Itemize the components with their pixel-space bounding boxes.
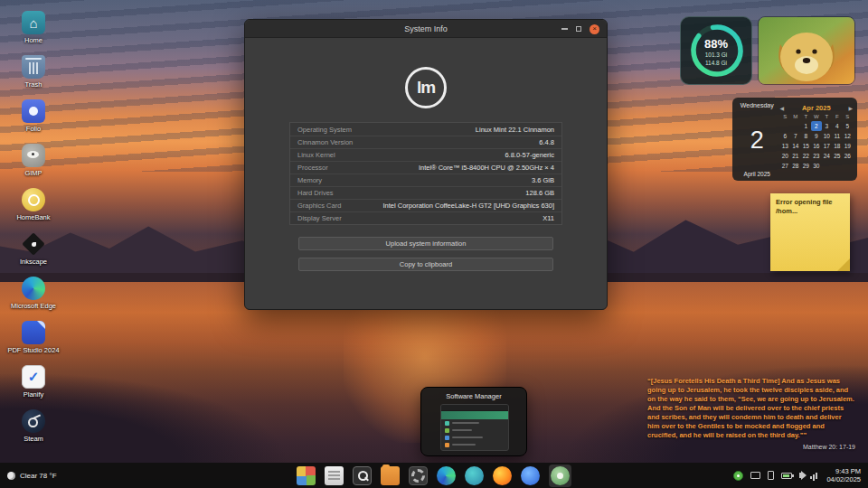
calendar-day[interactable]: 23 — [811, 151, 822, 161]
calendar-day[interactable]: 17 — [822, 141, 833, 151]
info-value: 6.4.8 — [539, 138, 554, 146]
desktop-icon-label: Folio — [5, 125, 61, 133]
desktop-icon-planify[interactable]: ✓ Planify — [5, 365, 61, 399]
gimp-icon — [22, 144, 45, 167]
calendar-day[interactable]: 26 — [843, 151, 854, 161]
close-glyph: × — [592, 25, 597, 33]
calendar-day[interactable]: 7 — [790, 131, 801, 141]
weather-label: Clear 78 °F — [20, 472, 57, 480]
calendar-day[interactable]: 22 — [801, 151, 812, 161]
minimize-icon[interactable] — [561, 28, 568, 30]
clock-applet[interactable]: 9:43 PM 04/02/2025 — [826, 467, 861, 483]
calendar-day[interactable]: 15 — [801, 141, 812, 151]
calendar-day[interactable]: 13 — [780, 141, 791, 151]
calendar-day[interactable]: 10 — [822, 131, 833, 141]
inkscape-icon — [22, 232, 45, 256]
folio-icon — [22, 99, 45, 123]
calendar-day[interactable]: 19 — [843, 141, 854, 151]
info-value: 6.8.0-57-generic — [505, 151, 554, 159]
calendar-day[interactable]: 4 — [832, 121, 843, 131]
calendar-day[interactable]: 14 — [790, 141, 801, 151]
calendar-dow: F — [832, 113, 843, 121]
calendar-day[interactable]: 6 — [780, 131, 791, 141]
calendar-dow: T — [822, 113, 833, 121]
maximize-icon[interactable] — [576, 26, 581, 32]
web-store-icon[interactable] — [465, 466, 484, 485]
calendar-day-selected[interactable]: 2 — [811, 121, 822, 131]
upload-system-info-button[interactable]: Upload system information — [298, 237, 553, 250]
info-row: Graphics Card Intel Corporation CoffeeLa… — [290, 199, 561, 211]
calendar-day[interactable]: 27 — [780, 161, 791, 171]
weather-applet[interactable]: Clear 78 °F — [7, 472, 57, 480]
calendar-day[interactable]: 16 — [811, 141, 822, 151]
browser-blue-icon[interactable] — [521, 466, 540, 485]
copy-to-clipboard-button[interactable]: Copy to clipboard — [298, 258, 553, 271]
calendar-day[interactable] — [780, 121, 791, 131]
desktop-icon-gimp[interactable]: GIMP — [5, 144, 61, 177]
sticky-note-widget[interactable]: Error opening file /hom... — [770, 193, 850, 271]
desktop-icon-inkscape[interactable]: Inkscape — [5, 232, 61, 266]
calendar-day[interactable]: 8 — [801, 131, 812, 141]
calendar-day[interactable]: 9 — [811, 131, 822, 141]
update-manager-icon[interactable] — [733, 471, 743, 481]
search-icon[interactable] — [353, 466, 372, 485]
window-titlebar[interactable]: System Info × — [245, 20, 607, 38]
calendar-day[interactable]: 3 — [822, 121, 833, 131]
network-icon[interactable] — [810, 472, 819, 479]
edge-taskbar-icon[interactable] — [437, 466, 456, 485]
software-manager-preview[interactable]: Software Manager — [420, 387, 527, 456]
calendar-day[interactable]: 29 — [801, 161, 812, 171]
desktop-icon-pdf-studio[interactable]: PDF Studio 2024 — [5, 321, 61, 354]
clipboard-tray-icon[interactable] — [768, 471, 774, 480]
close-icon[interactable]: × — [590, 24, 599, 34]
desktop-icon-edge[interactable]: Microsoft Edge — [5, 277, 61, 310]
calendar-day[interactable]: 20 — [780, 151, 791, 161]
calendar-month-year: April 2025 — [744, 171, 770, 177]
planify-icon: ✓ — [22, 365, 45, 389]
thumbnail-row — [441, 427, 508, 434]
calendar-day[interactable] — [843, 161, 854, 171]
calendar-day[interactable]: 18 — [832, 141, 843, 151]
desktop-icon-steam[interactable]: Steam — [5, 409, 61, 443]
firefox-icon[interactable] — [493, 466, 512, 485]
calendar-day[interactable]: 11 — [832, 131, 843, 141]
calendar-day[interactable]: 12 — [843, 131, 854, 141]
calendar-prev-icon[interactable]: ◀ — [780, 105, 785, 111]
info-label: Cinnamon Version — [297, 138, 353, 146]
weather-moon-icon — [7, 472, 15, 480]
menu-grid-icon[interactable] — [297, 466, 316, 485]
calendar-day[interactable]: 28 — [790, 161, 801, 171]
calendar-next-icon[interactable]: ▶ — [848, 105, 853, 111]
calendar-day[interactable]: 24 — [822, 151, 833, 161]
battery-icon[interactable] — [781, 473, 792, 479]
volume-icon[interactable] — [799, 473, 803, 478]
desktop-icon-folio[interactable]: Folio — [5, 99, 61, 133]
software-manager-taskbar-button[interactable] — [549, 465, 571, 487]
display-tray-icon[interactable] — [750, 472, 760, 479]
desktop-icon-homebank[interactable]: HomeBank — [5, 188, 61, 221]
calendar-day[interactable]: 25 — [832, 151, 843, 161]
calendar-day[interactable]: 30 — [811, 161, 822, 171]
calendar-day[interactable]: 21 — [790, 151, 801, 161]
check-glyph: ✓ — [28, 369, 40, 385]
calendar-day[interactable] — [822, 161, 833, 171]
info-value: Intel® Core™ i5-8400H CPU @ 2.50GHz × 4 — [419, 164, 554, 172]
calendar-day[interactable] — [832, 161, 843, 171]
desktop-icon-trash[interactable]: Trash — [5, 55, 61, 89]
thumbnail-row — [441, 434, 508, 441]
folder-icon[interactable] — [381, 466, 400, 485]
calendar-day[interactable]: 5 — [843, 121, 854, 131]
thumbnail-row — [441, 419, 508, 427]
photo-widget — [758, 16, 855, 85]
desktop-wallpaper: ⌂ Home Trash Folio GIMP HomeBank Inkscap… — [0, 0, 868, 488]
calendar-widget: Wednesday 2 April 2025 ◀ Apr 2025 ▶ S M … — [732, 98, 857, 181]
desktop-icon-home[interactable]: ⌂ Home — [5, 11, 61, 44]
settings-gear-icon[interactable] — [409, 466, 428, 485]
calendar-day[interactable] — [790, 121, 801, 131]
calendar-day[interactable]: 1 — [801, 121, 812, 131]
files-icon[interactable] — [325, 466, 344, 485]
desktop-icon-label: Planify — [5, 390, 61, 399]
info-value: 3.6 GiB — [532, 176, 554, 184]
system-info-table: Operating System Linux Mint 22.1 Cinnamo… — [289, 122, 562, 225]
info-label: Memory — [297, 176, 322, 184]
